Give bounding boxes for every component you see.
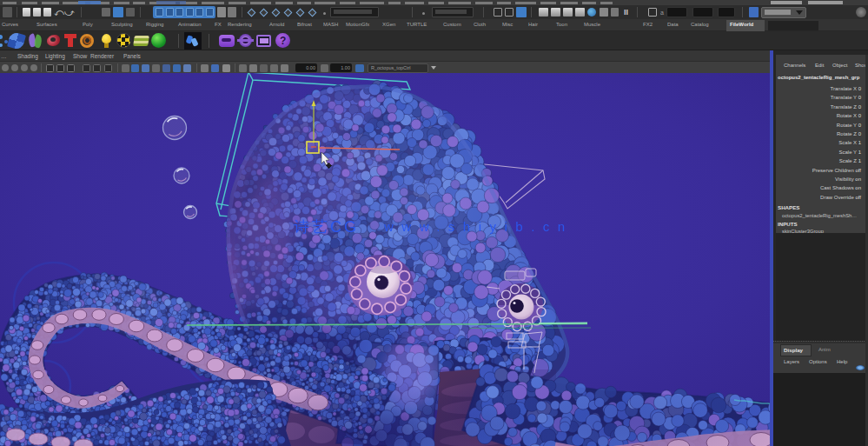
svg-text:诗艺CG: 诗艺CG <box>294 218 359 236</box>
svg-text:www.shiyib.cn: www.shiyib.cn <box>383 219 573 234</box>
